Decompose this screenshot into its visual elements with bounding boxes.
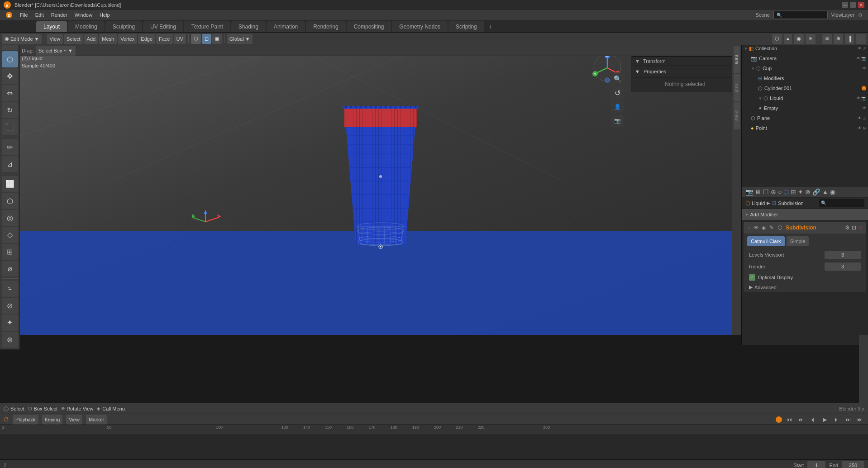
shading-material[interactable]: ◉: [794, 34, 804, 44]
tool-tab[interactable]: Tool: [734, 74, 740, 101]
viewport[interactable]: User Perspective (2) Liquid Sample 40/40…: [20, 45, 741, 335]
tab-geometry-nodes[interactable]: Geometry Nodes: [392, 21, 448, 32]
view-tab[interactable]: View: [734, 102, 740, 129]
advanced-row[interactable]: ▶ Advanced: [744, 282, 866, 292]
shrink-tool[interactable]: ✦: [2, 315, 18, 330]
view-menu-button[interactable]: View: [47, 34, 63, 44]
tab-compositing[interactable]: Compositing: [347, 21, 391, 32]
camera-vis-icon[interactable]: 👁: [856, 56, 860, 61]
menu-file[interactable]: File: [16, 10, 32, 20]
jump-end-button[interactable]: ⏭: [855, 415, 864, 424]
levels-viewport-value[interactable]: 3: [825, 251, 861, 259]
liquid-render-icon[interactable]: 📷: [861, 96, 866, 100]
shear-tool[interactable]: ⊘: [2, 298, 18, 314]
subdivision-copy-icon[interactable]: ⊡: [852, 224, 856, 231]
face-select-mode[interactable]: ◼: [212, 34, 222, 44]
tab-sculpting[interactable]: Sculpting: [105, 21, 142, 32]
sel-icon[interactable]: ↗: [863, 46, 866, 51]
scale-tool[interactable]: ⇔: [2, 85, 18, 101]
outliner-item-cup[interactable]: ▼ ⬡ Cup 👁: [742, 63, 868, 73]
mod-search-input[interactable]: [819, 199, 864, 207]
menu-help[interactable]: Help: [96, 10, 114, 20]
jump-start-button[interactable]: ⏮: [785, 415, 794, 424]
particles-prop-icon[interactable]: ✦: [798, 188, 803, 196]
tab-modeling[interactable]: Modeling: [68, 21, 105, 32]
outliner-item-camera[interactable]: 📷 Camera 👁 📷: [742, 53, 868, 63]
knife-tool[interactable]: ⌀: [2, 261, 18, 277]
start-frame-input[interactable]: 1: [807, 461, 825, 468]
viewport-camera-icon[interactable]: 📷: [611, 115, 624, 127]
options-toggle[interactable]: ⋮: [856, 34, 866, 44]
viewport-people-icon[interactable]: 👤: [611, 100, 624, 113]
inset-tool[interactable]: ◎: [2, 210, 18, 226]
next-keyframe-button[interactable]: ⏭: [844, 415, 853, 424]
timeline-track[interactable]: 250100130140150160170180190200210220250: [0, 425, 868, 459]
liquid-vis-icon[interactable]: 👁: [856, 96, 860, 100]
constraints-prop-icon[interactable]: 🔗: [812, 188, 820, 196]
view-menu-button-tl[interactable]: View: [66, 415, 82, 425]
camera-render-icon[interactable]: 📷: [861, 56, 866, 61]
viewport-zoom-icon[interactable]: 🔍: [611, 72, 624, 85]
push-pull-tool[interactable]: ⊛: [2, 332, 18, 348]
maximize-button[interactable]: □: [850, 2, 856, 8]
outliner-item-cylinder[interactable]: ⬡ Cylinder.001: [742, 83, 868, 93]
outliner-item-empty[interactable]: ✦ Empty 👁: [742, 103, 868, 113]
outliner-item-modifiers[interactable]: ⊞ Modifiers: [742, 73, 868, 83]
playback-menu-button[interactable]: Playback: [13, 415, 38, 425]
vis-icon[interactable]: 👁: [858, 46, 862, 51]
tab-animation[interactable]: Animation: [267, 21, 305, 32]
edge-select-mode[interactable]: ◻: [202, 34, 211, 44]
world-prop-icon[interactable]: ○: [778, 188, 782, 196]
extrude-tool[interactable]: ⬡: [2, 193, 18, 209]
menu-render[interactable]: Render: [48, 10, 71, 20]
select-box-dropdown[interactable]: Select Box ~ ▼: [36, 46, 76, 56]
subdivision-settings-icon[interactable]: ⚙: [845, 224, 850, 231]
viewport-rotate-icon[interactable]: ↺: [611, 86, 624, 99]
tab-shading[interactable]: Shading: [231, 21, 266, 32]
face-menu-button[interactable]: Face: [156, 34, 172, 44]
tab-rendering[interactable]: Rendering: [306, 21, 345, 32]
data-prop-icon[interactable]: ▲: [822, 188, 828, 196]
mesh-menu-button[interactable]: Mesh: [99, 34, 117, 44]
scene-prop-icon[interactable]: ⊕: [771, 188, 776, 196]
menu-blender[interactable]: B: [2, 10, 16, 20]
output-prop-icon[interactable]: 🖥: [755, 188, 761, 196]
xray-toggle[interactable]: ⬡: [772, 34, 782, 44]
grab-tool[interactable]: ✥: [2, 68, 18, 84]
smooth-tool[interactable]: ≈: [2, 281, 18, 296]
prev-keyframe-button[interactable]: ⏭: [796, 415, 806, 424]
measure-tool[interactable]: ⊿: [2, 156, 18, 172]
close-button[interactable]: ✕: [858, 2, 864, 8]
minimize-button[interactable]: —: [842, 2, 848, 8]
tab-uv-editing[interactable]: UV Editing: [143, 21, 183, 32]
properties-title[interactable]: ▼ Properties: [635, 68, 735, 75]
annotate-tool[interactable]: ✏: [2, 139, 18, 155]
orientation-dropdown[interactable]: Global ▼: [227, 34, 253, 44]
sidebar-toggle[interactable]: ▐: [845, 34, 854, 44]
menu-window[interactable]: Window: [71, 10, 96, 20]
play-button[interactable]: ▶: [820, 415, 829, 424]
prev-frame-button[interactable]: ⏴: [808, 415, 817, 424]
bevel-tool[interactable]: ◇: [2, 227, 18, 243]
loop-cut-tool[interactable]: ⊞: [2, 244, 18, 260]
cup-vis-icon[interactable]: 👁: [862, 66, 866, 71]
catmull-clark-button[interactable]: Catmull-Clark: [747, 236, 785, 246]
outliner-item-plane[interactable]: ⬡ Plane 👁 ⊿: [742, 113, 868, 123]
end-frame-input[interactable]: 250: [842, 461, 864, 468]
gizmo-toggle[interactable]: ⊕: [834, 34, 843, 44]
subdivision-cage-icon[interactable]: ⬡: [777, 224, 782, 231]
plane-vis-icon[interactable]: 👁: [858, 116, 862, 120]
tab-layout[interactable]: Layout: [36, 21, 67, 32]
edge-menu-button[interactable]: Edge: [138, 34, 155, 44]
add-workspace-button[interactable]: +: [485, 21, 496, 32]
shading-rendered[interactable]: ☀: [806, 34, 816, 44]
subdivision-vis-icon[interactable]: 👁: [754, 224, 759, 231]
select-tool[interactable]: ⬡: [2, 51, 18, 67]
menu-edit[interactable]: Edit: [32, 10, 48, 20]
select-menu-button[interactable]: Select: [64, 34, 83, 44]
material-prop-icon[interactable]: ◉: [830, 188, 835, 196]
view-prop-icon[interactable]: ☐: [763, 188, 769, 196]
keying-menu-button[interactable]: Keying: [42, 415, 63, 425]
outliner-item-liquid[interactable]: ▼ ⬡ Liquid 👁 📷: [742, 93, 868, 103]
overlay-toggle[interactable]: ≋: [822, 34, 832, 44]
